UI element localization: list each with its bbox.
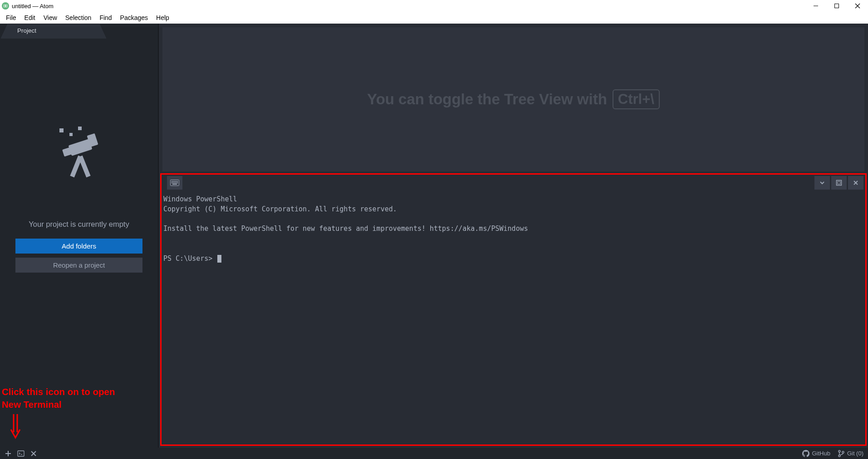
menu-view[interactable]: View	[39, 13, 61, 22]
chevron-down-icon	[819, 180, 825, 186]
terminal-prompt: PS C:\Users>	[163, 254, 216, 263]
close-icon	[853, 180, 859, 186]
svg-point-39	[839, 450, 840, 452]
menu-selection[interactable]: Selection	[61, 13, 96, 22]
sidebar: Project Your project is currently empty …	[0, 24, 158, 448]
terminal-status-button[interactable]	[17, 450, 25, 457]
terminal-body[interactable]: Windows PowerShell Copyright (C) Microso…	[162, 191, 865, 444]
keyboard-icon	[170, 180, 179, 186]
workspace: Project Your project is currently empty …	[0, 24, 868, 448]
sidebar-tab-bar: Project	[0, 24, 158, 39]
svg-point-0	[5, 5, 6, 7]
editor-pane[interactable]: You can toggle the Tree View with Ctrl+\	[162, 27, 864, 171]
telescope-icon	[54, 120, 104, 184]
maximize-icon	[836, 180, 842, 186]
terminal-keyboard-button[interactable]	[167, 176, 182, 190]
svg-rect-24	[173, 182, 174, 183]
github-icon	[802, 450, 809, 457]
terminal-cursor	[217, 255, 221, 263]
annotation-arrow-icon	[10, 412, 21, 439]
github-status-button[interactable]: GitHub	[802, 450, 830, 457]
add-folders-button[interactable]: Add folders	[15, 239, 142, 254]
annotation-text: Click this icon on to open New Terminal	[2, 386, 115, 411]
atom-app-icon	[2, 2, 9, 10]
svg-rect-19	[173, 181, 174, 182]
statusbar-left	[5, 450, 37, 457]
hint-keyboard-shortcut: Ctrl+\	[613, 89, 660, 109]
hint-text: You can toggle the Tree View with	[367, 91, 607, 108]
terminal-maximize-button[interactable]	[831, 176, 847, 190]
statusbar: GitHub Git (0)	[0, 448, 868, 459]
maximize-button[interactable]	[826, 0, 847, 12]
svg-rect-28	[172, 184, 177, 185]
plus-icon	[5, 450, 12, 457]
svg-rect-4	[835, 4, 839, 8]
terminal-line: Windows PowerShell	[163, 195, 237, 203]
menu-find[interactable]: Find	[95, 13, 116, 22]
close-terminal-button[interactable]	[30, 450, 37, 457]
github-label: GitHub	[812, 450, 830, 457]
menu-file[interactable]: File	[2, 13, 20, 22]
svg-rect-23	[172, 182, 172, 183]
svg-rect-30	[838, 181, 840, 184]
terminal-panel: Windows PowerShell Copyright (C) Microso…	[160, 173, 867, 446]
svg-rect-21	[176, 181, 177, 182]
svg-rect-35	[18, 451, 24, 456]
svg-rect-8	[69, 133, 73, 136]
svg-rect-20	[174, 181, 175, 182]
terminal-line: Copyright (C) Microsoft Corporation. All…	[163, 205, 397, 213]
svg-point-41	[842, 451, 844, 453]
menubar: File Edit View Selection Find Packages H…	[0, 12, 868, 24]
svg-rect-27	[177, 182, 178, 183]
annotation-line2: New Terminal	[2, 399, 62, 410]
main-area: You can toggle the Tree View with Ctrl+\	[158, 24, 868, 448]
menu-edit[interactable]: Edit	[20, 13, 39, 22]
statusbar-right: GitHub Git (0)	[802, 450, 863, 457]
window-controls	[805, 0, 868, 12]
git-label: Git (0)	[847, 450, 863, 457]
window-title: untitled — Atom	[12, 3, 54, 10]
titlebar: untitled — Atom	[0, 0, 868, 12]
close-button[interactable]	[847, 0, 868, 12]
x-icon	[30, 450, 37, 457]
new-terminal-button[interactable]	[5, 450, 12, 457]
terminal-icon	[17, 450, 25, 457]
terminal-close-button[interactable]	[848, 176, 863, 190]
git-status-button[interactable]: Git (0)	[838, 450, 863, 457]
menu-packages[interactable]: Packages	[116, 13, 152, 22]
sidebar-tab-project[interactable]: Project	[8, 24, 99, 39]
minimize-button[interactable]	[805, 0, 826, 12]
terminal-dropdown-button[interactable]	[814, 176, 830, 190]
svg-rect-9	[78, 127, 82, 130]
svg-rect-7	[59, 128, 64, 132]
svg-point-40	[839, 455, 840, 457]
titlebar-left: untitled — Atom	[2, 2, 54, 10]
tree-view-hint: You can toggle the Tree View with Ctrl+\	[367, 89, 660, 109]
svg-rect-14	[78, 156, 90, 177]
svg-rect-25	[174, 182, 175, 183]
annotation-line1: Click this icon on to open	[2, 386, 115, 397]
reopen-project-button[interactable]: Reopen a project	[15, 258, 142, 273]
terminal-line: Install the latest PowerShell for new fe…	[163, 225, 528, 233]
terminal-right-buttons	[814, 176, 863, 190]
empty-project-text: Your project is currently empty	[29, 220, 129, 229]
svg-rect-22	[177, 181, 178, 182]
svg-rect-18	[172, 181, 172, 182]
terminal-header	[162, 175, 865, 191]
menu-help[interactable]: Help	[152, 13, 173, 22]
git-branch-icon	[838, 450, 845, 457]
svg-rect-26	[176, 182, 177, 183]
svg-rect-29	[837, 181, 842, 186]
